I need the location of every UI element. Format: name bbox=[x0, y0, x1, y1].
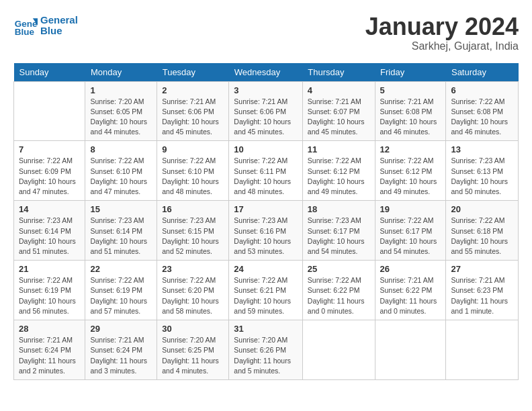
calendar-cell: 21Sunrise: 7:22 AM Sunset: 6:19 PM Dayli… bbox=[14, 261, 85, 320]
calendar-cell bbox=[302, 320, 375, 380]
day-info: Sunrise: 7:22 AM Sunset: 6:08 PM Dayligh… bbox=[451, 97, 513, 138]
day-info: Sunrise: 7:22 AM Sunset: 6:12 PM Dayligh… bbox=[308, 156, 370, 197]
day-number: 22 bbox=[90, 264, 152, 274]
calendar-week-row: 1Sunrise: 7:20 AM Sunset: 6:05 PM Daylig… bbox=[14, 81, 519, 141]
day-number: 15 bbox=[90, 204, 152, 214]
calendar-table: SundayMondayTuesdayWednesdayThursdayFrid… bbox=[13, 63, 519, 380]
location: Sarkhej, Gujarat, India bbox=[365, 40, 519, 52]
day-info: Sunrise: 7:22 AM Sunset: 6:20 PM Dayligh… bbox=[162, 275, 224, 316]
day-number: 13 bbox=[451, 144, 513, 154]
title-section: January 2024 Sarkhej, Gujarat, India bbox=[365, 13, 519, 52]
day-number: 23 bbox=[162, 264, 224, 274]
calendar-cell: 25Sunrise: 7:22 AM Sunset: 6:22 PM Dayli… bbox=[302, 261, 375, 320]
day-number: 12 bbox=[380, 144, 441, 154]
day-info: Sunrise: 7:22 AM Sunset: 6:12 PM Dayligh… bbox=[380, 156, 441, 197]
calendar-cell bbox=[375, 320, 446, 380]
calendar-cell: 18Sunrise: 7:23 AM Sunset: 6:17 PM Dayli… bbox=[302, 201, 375, 261]
day-number: 28 bbox=[19, 324, 80, 334]
day-number: 2 bbox=[162, 85, 224, 95]
calendar-cell: 16Sunrise: 7:23 AM Sunset: 6:15 PM Dayli… bbox=[157, 201, 229, 261]
day-number: 3 bbox=[234, 85, 297, 95]
day-info: Sunrise: 7:21 AM Sunset: 6:23 PM Dayligh… bbox=[451, 275, 513, 316]
weekday-header-wednesday: Wednesday bbox=[229, 63, 302, 82]
day-number: 5 bbox=[380, 85, 441, 95]
calendar-week-row: 21Sunrise: 7:22 AM Sunset: 6:19 PM Dayli… bbox=[14, 261, 519, 320]
weekday-header-tuesday: Tuesday bbox=[157, 63, 229, 82]
calendar-cell: 27Sunrise: 7:21 AM Sunset: 6:23 PM Dayli… bbox=[446, 261, 519, 320]
day-info: Sunrise: 7:21 AM Sunset: 6:08 PM Dayligh… bbox=[380, 97, 441, 138]
day-info: Sunrise: 7:20 AM Sunset: 6:25 PM Dayligh… bbox=[162, 335, 224, 376]
day-info: Sunrise: 7:21 AM Sunset: 6:24 PM Dayligh… bbox=[19, 335, 80, 376]
weekday-header-friday: Friday bbox=[375, 63, 446, 82]
day-number: 11 bbox=[308, 144, 370, 154]
calendar-cell: 29Sunrise: 7:21 AM Sunset: 6:24 PM Dayli… bbox=[85, 320, 157, 380]
calendar-week-row: 14Sunrise: 7:23 AM Sunset: 6:14 PM Dayli… bbox=[14, 201, 519, 261]
day-info: Sunrise: 7:20 AM Sunset: 6:26 PM Dayligh… bbox=[234, 335, 297, 376]
day-info: Sunrise: 7:21 AM Sunset: 6:06 PM Dayligh… bbox=[234, 97, 297, 138]
calendar-cell: 3Sunrise: 7:21 AM Sunset: 6:06 PM Daylig… bbox=[229, 81, 302, 141]
day-info: Sunrise: 7:23 AM Sunset: 6:16 PM Dayligh… bbox=[234, 216, 297, 257]
day-info: Sunrise: 7:23 AM Sunset: 6:14 PM Dayligh… bbox=[19, 216, 80, 257]
day-info: Sunrise: 7:22 AM Sunset: 6:11 PM Dayligh… bbox=[234, 156, 297, 197]
day-info: Sunrise: 7:22 AM Sunset: 6:18 PM Dayligh… bbox=[451, 216, 513, 257]
day-info: Sunrise: 7:22 AM Sunset: 6:09 PM Dayligh… bbox=[19, 156, 80, 197]
day-info: Sunrise: 7:20 AM Sunset: 6:05 PM Dayligh… bbox=[90, 97, 152, 138]
day-info: Sunrise: 7:23 AM Sunset: 6:17 PM Dayligh… bbox=[308, 216, 370, 257]
calendar-cell: 28Sunrise: 7:21 AM Sunset: 6:24 PM Dayli… bbox=[14, 320, 85, 380]
calendar-cell: 22Sunrise: 7:22 AM Sunset: 6:19 PM Dayli… bbox=[85, 261, 157, 320]
day-number: 30 bbox=[162, 324, 224, 334]
day-info: Sunrise: 7:22 AM Sunset: 6:22 PM Dayligh… bbox=[308, 275, 370, 316]
day-number: 16 bbox=[162, 204, 224, 214]
day-info: Sunrise: 7:22 AM Sunset: 6:10 PM Dayligh… bbox=[90, 156, 152, 197]
calendar-cell: 26Sunrise: 7:21 AM Sunset: 6:22 PM Dayli… bbox=[375, 261, 446, 320]
weekday-header-sunday: Sunday bbox=[14, 63, 85, 82]
calendar-cell: 9Sunrise: 7:22 AM Sunset: 6:10 PM Daylig… bbox=[157, 141, 229, 201]
calendar-cell: 5Sunrise: 7:21 AM Sunset: 6:08 PM Daylig… bbox=[375, 81, 446, 141]
calendar-cell: 7Sunrise: 7:22 AM Sunset: 6:09 PM Daylig… bbox=[14, 141, 85, 201]
calendar-cell: 17Sunrise: 7:23 AM Sunset: 6:16 PM Dayli… bbox=[229, 201, 302, 261]
day-number: 10 bbox=[234, 144, 297, 154]
day-number: 9 bbox=[162, 144, 224, 154]
calendar-week-row: 7Sunrise: 7:22 AM Sunset: 6:09 PM Daylig… bbox=[14, 141, 519, 201]
calendar-cell: 15Sunrise: 7:23 AM Sunset: 6:14 PM Dayli… bbox=[85, 201, 157, 261]
calendar-cell: 11Sunrise: 7:22 AM Sunset: 6:12 PM Dayli… bbox=[302, 141, 375, 201]
day-number: 14 bbox=[19, 204, 80, 214]
day-number: 6 bbox=[451, 85, 513, 95]
day-info: Sunrise: 7:22 AM Sunset: 6:10 PM Dayligh… bbox=[162, 156, 224, 197]
page-header: General Blue General Blue January 2024 S… bbox=[13, 13, 519, 52]
day-number: 18 bbox=[308, 204, 370, 214]
day-info: Sunrise: 7:21 AM Sunset: 6:22 PM Dayligh… bbox=[380, 275, 441, 316]
day-info: Sunrise: 7:23 AM Sunset: 6:15 PM Dayligh… bbox=[162, 216, 224, 257]
calendar-cell: 2Sunrise: 7:21 AM Sunset: 6:06 PM Daylig… bbox=[157, 81, 229, 141]
day-number: 29 bbox=[90, 324, 152, 334]
day-number: 1 bbox=[90, 85, 152, 95]
weekday-header-saturday: Saturday bbox=[446, 63, 519, 82]
day-number: 4 bbox=[308, 85, 370, 95]
day-info: Sunrise: 7:22 AM Sunset: 6:19 PM Dayligh… bbox=[90, 275, 152, 316]
calendar-cell: 8Sunrise: 7:22 AM Sunset: 6:10 PM Daylig… bbox=[85, 141, 157, 201]
day-number: 31 bbox=[234, 324, 297, 334]
calendar-cell: 6Sunrise: 7:22 AM Sunset: 6:08 PM Daylig… bbox=[446, 81, 519, 141]
calendar-cell: 24Sunrise: 7:22 AM Sunset: 6:21 PM Dayli… bbox=[229, 261, 302, 320]
day-number: 20 bbox=[451, 204, 513, 214]
logo: General Blue General Blue bbox=[13, 13, 78, 38]
day-info: Sunrise: 7:21 AM Sunset: 6:24 PM Dayligh… bbox=[90, 335, 152, 376]
calendar-week-row: 28Sunrise: 7:21 AM Sunset: 6:24 PM Dayli… bbox=[14, 320, 519, 380]
day-info: Sunrise: 7:22 AM Sunset: 6:19 PM Dayligh… bbox=[19, 275, 80, 316]
day-number: 7 bbox=[19, 144, 80, 154]
day-info: Sunrise: 7:21 AM Sunset: 6:06 PM Dayligh… bbox=[162, 97, 224, 138]
calendar-cell bbox=[14, 81, 85, 141]
weekday-header-thursday: Thursday bbox=[302, 63, 375, 82]
day-info: Sunrise: 7:22 AM Sunset: 6:21 PM Dayligh… bbox=[234, 275, 297, 316]
day-number: 27 bbox=[451, 264, 513, 274]
svg-text:Blue: Blue bbox=[15, 27, 35, 37]
day-number: 24 bbox=[234, 264, 297, 274]
logo-icon: General Blue bbox=[13, 13, 38, 38]
day-info: Sunrise: 7:22 AM Sunset: 6:17 PM Dayligh… bbox=[380, 216, 441, 257]
weekday-header-monday: Monday bbox=[85, 63, 157, 82]
calendar-cell: 14Sunrise: 7:23 AM Sunset: 6:14 PM Dayli… bbox=[14, 201, 85, 261]
month-title: January 2024 bbox=[365, 13, 519, 40]
day-number: 17 bbox=[234, 204, 297, 214]
calendar-cell: 1Sunrise: 7:20 AM Sunset: 6:05 PM Daylig… bbox=[85, 81, 157, 141]
day-number: 21 bbox=[19, 264, 80, 274]
